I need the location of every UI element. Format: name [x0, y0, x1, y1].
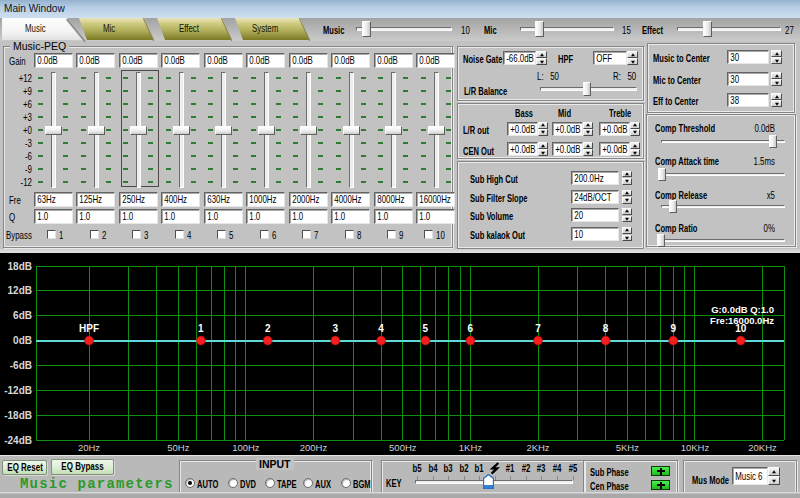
svg-text:18dB: 18dB — [8, 261, 32, 272]
svg-text:100Hz: 100Hz — [232, 442, 260, 453]
svg-text:50Hz: 50Hz — [167, 442, 189, 453]
svg-text:4: 4 — [378, 323, 384, 334]
svg-text:2KHz: 2KHz — [526, 442, 549, 453]
svg-text:-12dB: -12dB — [4, 385, 32, 396]
svg-text:5KHz: 5KHz — [616, 442, 639, 453]
svg-text:3: 3 — [333, 323, 339, 334]
svg-text:0dB: 0dB — [13, 335, 32, 346]
svg-text:1: 1 — [198, 323, 204, 334]
svg-text:8: 8 — [603, 323, 609, 334]
svg-text:1KHz: 1KHz — [459, 442, 482, 453]
svg-text:10KHz: 10KHz — [681, 442, 710, 453]
svg-text:20KHz: 20KHz — [748, 442, 777, 453]
svg-text:-6dB: -6dB — [10, 360, 32, 371]
svg-text:6dB: 6dB — [13, 310, 32, 321]
svg-text:9: 9 — [670, 323, 676, 334]
svg-text:500Hz: 500Hz — [389, 442, 417, 453]
svg-text:7: 7 — [535, 323, 541, 334]
svg-text:6: 6 — [468, 323, 474, 334]
svg-text:12dB: 12dB — [8, 285, 32, 296]
svg-text:2: 2 — [265, 323, 271, 334]
svg-text:G:0.0dB Q:1.0: G:0.0dB Q:1.0 — [711, 304, 774, 315]
svg-text:-24dB: -24dB — [4, 435, 32, 446]
svg-text:Fre:16000.0Hz: Fre:16000.0Hz — [710, 315, 774, 326]
svg-text:20Hz: 20Hz — [78, 442, 100, 453]
svg-text:5: 5 — [423, 323, 429, 334]
svg-text:HPF: HPF — [79, 323, 99, 334]
svg-text:-18dB: -18dB — [4, 410, 32, 421]
svg-text:200Hz: 200Hz — [300, 442, 328, 453]
